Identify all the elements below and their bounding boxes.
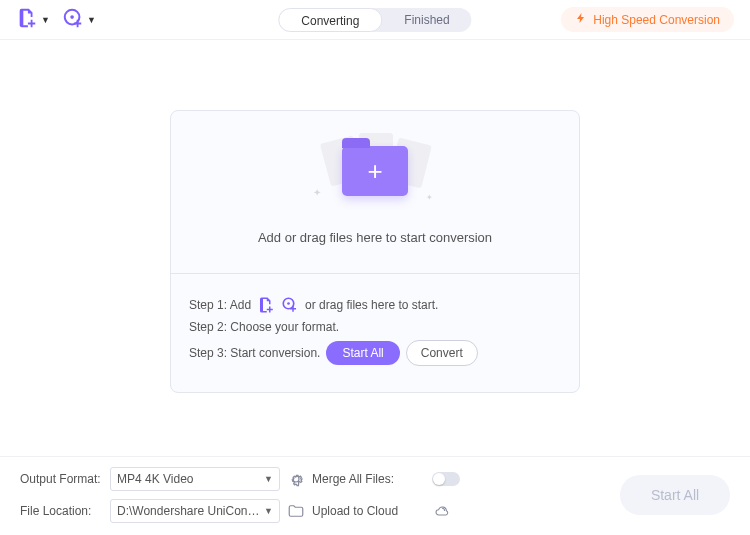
add-file-icon	[16, 7, 38, 33]
merge-files-toggle[interactable]	[432, 472, 460, 486]
step-2: Step 2: Choose your format.	[189, 320, 561, 334]
chevron-down-icon: ▼	[41, 15, 50, 25]
file-location-label: File Location:	[20, 504, 110, 518]
main-area: ✦ ✦ + Add or drag files here to start co…	[0, 40, 750, 393]
output-format-value: MP4 4K Video	[117, 472, 194, 486]
convert-button[interactable]: Convert	[406, 340, 478, 366]
topbar-left: ▼ ▼	[16, 7, 96, 33]
chevron-down-icon: ▼	[264, 474, 273, 484]
step-1: Step 1: Add or drag files here to start.	[189, 296, 561, 314]
step-1-prefix: Step 1: Add	[189, 298, 251, 312]
open-folder-icon[interactable]	[280, 502, 312, 520]
upload-cloud-label: Upload to Cloud	[312, 504, 432, 518]
dropzone[interactable]: ✦ ✦ + Add or drag files here to start co…	[170, 110, 580, 393]
tab-converting[interactable]: Converting	[278, 8, 382, 32]
dropzone-text: Add or drag files here to start conversi…	[258, 230, 492, 245]
tab-finished[interactable]: Finished	[382, 8, 471, 32]
chevron-down-icon: ▼	[264, 506, 273, 516]
add-disc-icon	[62, 7, 84, 33]
cloud-icon[interactable]	[432, 503, 482, 519]
step-3: Step 3: Start conversion. Start All Conv…	[189, 340, 561, 366]
svg-point-3	[287, 302, 290, 305]
merge-files-label: Merge All Files:	[312, 472, 432, 486]
add-file-icon[interactable]	[257, 296, 275, 314]
output-format-select[interactable]: MP4 4K Video ▼	[110, 467, 280, 491]
mode-tabs: Converting Finished	[278, 8, 471, 32]
add-disc-button[interactable]: ▼	[62, 7, 96, 33]
start-all-button[interactable]: Start All	[326, 341, 399, 365]
folder-art: ✦ ✦ +	[315, 133, 435, 208]
high-speed-label: High Speed Conversion	[593, 13, 720, 27]
add-disc-icon[interactable]	[281, 296, 299, 314]
file-location-select[interactable]: D:\Wondershare UniConverter 1 ▼	[110, 499, 280, 523]
output-format-label: Output Format:	[20, 472, 110, 486]
step-1-suffix: or drag files here to start.	[305, 298, 438, 312]
steps-panel: Step 1: Add or drag files here to start.…	[171, 273, 579, 392]
lightning-icon	[575, 11, 587, 28]
dropzone-top: ✦ ✦ + Add or drag files here to start co…	[171, 111, 579, 273]
file-location-value: D:\Wondershare UniConverter 1	[117, 504, 260, 518]
settings-gear-icon[interactable]	[280, 470, 312, 488]
add-file-button[interactable]: ▼	[16, 7, 50, 33]
topbar: ▼ ▼ Converting Finished High Speed Conve…	[0, 0, 750, 40]
bottombar: Output Format: MP4 4K Video ▼ Merge All …	[0, 456, 750, 535]
high-speed-button[interactable]: High Speed Conversion	[561, 7, 734, 32]
add-folder-icon: +	[342, 146, 408, 196]
chevron-down-icon: ▼	[87, 15, 96, 25]
start-all-footer-button[interactable]: Start All	[620, 475, 730, 515]
svg-point-1	[70, 15, 74, 19]
